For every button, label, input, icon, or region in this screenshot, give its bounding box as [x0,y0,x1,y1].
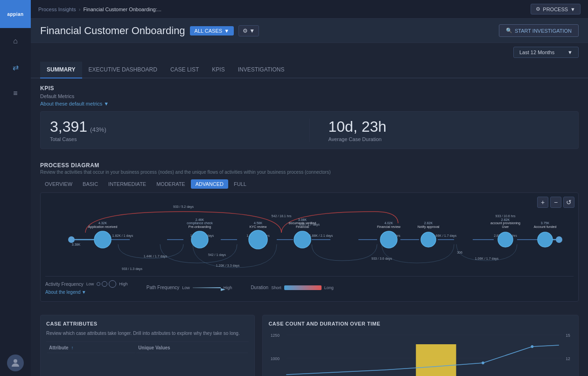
circle-small [97,282,100,286]
duration-bar [284,285,322,290]
svg-text:4.02K: 4.02K [385,221,393,225]
page-title: Financial Customer Onboarding [40,25,185,37]
svg-text:1250: 1250 [271,333,280,338]
svg-text:1.66K / 1.7 days: 1.66K / 1.7 days [433,234,457,238]
tab-investigations[interactable]: INVESTIGATIONS [231,62,291,78]
content-area: Last 12 Months ▼ SUMMARY EXECUTIVE DASHB… [31,43,588,376]
svg-point-72 [482,362,484,364]
svg-point-51 [421,232,436,247]
process-nav-icon[interactable]: ⇄ [6,58,25,77]
tab-case-list[interactable]: CASE LIST [164,62,205,78]
zoom-out-button[interactable]: − [550,197,561,208]
svg-text:4.58K: 4.58K [254,221,263,225]
diagram-svg: 1.82K / 1 days 1.82K / 1.7 days 1.34K / … [45,198,574,272]
activity-freq-legend: Activity Frequency Low High [45,280,128,288]
user-avatar[interactable] [7,355,24,371]
date-filter-button[interactable]: Last 12 Months ▼ [513,47,579,58]
diagram-canvas: + − ↺ [40,192,579,302]
breadcrumb-parent[interactable]: Process Insights [38,7,76,12]
svg-point-58 [538,232,553,247]
total-cases-percent: (43%) [90,126,106,133]
tab-kpis[interactable]: KPIS [205,62,231,78]
svg-point-44 [294,231,311,248]
tab-advanced[interactable]: ADVANCED [191,179,228,189]
tab-executive-dashboard[interactable]: EXECUTIVE DASHBOARD [82,62,164,78]
svg-point-73 [531,345,534,348]
svg-text:1.44K / 1.7 days: 1.44K / 1.7 days [144,255,168,258]
svg-text:933 / 3.6 days: 933 / 3.6 days [371,257,392,261]
tab-intermediate[interactable]: INTERMEDIATE [104,179,151,189]
bottom-sections: CASE ATTRIBUTES Review which case attrib… [31,308,588,376]
case-count-chart-panel: CASE COUNT AND DURATION OVER TIME 1250 1… [262,315,579,376]
date-filter-row: Last 12 Months ▼ [31,43,588,62]
svg-text:Financial: Financial [296,225,309,228]
svg-text:KYC review: KYC review [250,225,267,228]
svg-marker-63 [221,288,225,291]
gear-icon: ⚙ [536,6,540,12]
tab-full[interactable]: FULL [229,179,251,189]
svg-text:933 / 1.3 days: 933 / 1.3 days [122,267,142,271]
activity-freq-label: Activity Frequency [45,282,84,287]
svg-text:2.82K: 2.82K [424,221,433,225]
app-logo: appian [0,0,31,28]
avg-duration-label: Average Case Duration [329,136,569,142]
unique-values-column-header: Unique Values [136,343,248,353]
zoom-in-button[interactable]: + [537,197,548,208]
svg-point-0 [14,359,17,363]
sidebar: appian ⌂ ⇄ ≡ [0,0,31,376]
diagram-controls: + − ↺ [537,197,574,208]
path-freq-legend: Path Frequency Low High [147,285,232,290]
page-header: Financial Customer Onboarding ALL CASES … [31,19,588,43]
svg-point-54 [498,232,513,247]
chevron-down-icon: ▼ [224,28,229,34]
case-attributes-panel: CASE ATTRIBUTES Review which case attrib… [40,315,255,376]
total-cases-value: 3,391 [50,118,87,135]
svg-text:Notify approval: Notify approval [418,225,440,229]
kpi-divider [309,119,310,142]
start-investigation-button[interactable]: 🔍 START INVESTIGATION [499,24,579,37]
svg-text:1.82K / 1 days: 1.82K / 1 days [112,234,133,238]
svg-text:542 / 18.1 hrs: 542 / 18.1 hrs [272,214,292,218]
tab-overview[interactable]: OVERVIEW [40,179,77,189]
sort-icon: ↑ [71,345,73,350]
diagram-subtitle: Review the activities that occur in your… [40,170,579,175]
svg-text:compliance check: compliance check [187,221,213,225]
tab-moderate[interactable]: MODERATE [152,179,190,189]
svg-text:1.20K / 3.3 days: 1.20K / 3.3 days [216,264,240,268]
tab-basic[interactable]: BASIC [78,179,103,189]
all-cases-button[interactable]: ALL CASES ▼ [190,26,234,35]
reset-button[interactable]: ↺ [563,197,574,208]
svg-point-32 [68,236,75,243]
path-freq-arrow [193,287,221,288]
complexity-tabs: OVERVIEW BASIC INTERMEDIATE MODERATE ADV… [40,179,579,189]
svg-text:12: 12 [566,356,571,361]
svg-text:Financial review: Financial review [377,225,401,228]
breadcrumb: Process Insights › Financial Customer On… [38,7,161,12]
home-nav-icon[interactable]: ⌂ [6,32,25,50]
about-legend-link[interactable]: About the legend ▼ [45,290,128,295]
svg-text:933 / 10.6 hrs: 933 / 10.6 hrs [496,214,516,218]
list-nav-icon[interactable]: ≡ [6,84,25,103]
case-count-title: CASE COUNT AND DURATION OVER TIME [268,321,573,326]
header-left: Financial Customer Onboarding ALL CASES … [40,25,259,37]
about-metrics-link[interactable]: About these default metrics ▼ [40,101,579,106]
svg-text:1000: 1000 [271,356,280,361]
svg-text:306: 306 [457,251,462,254]
tab-summary[interactable]: SUMMARY [40,62,82,78]
chart-container: 1250 1000 15 12 [268,330,573,376]
diagram-title: PROCESS DIAGRAM [40,162,579,169]
svg-point-61 [556,236,562,243]
breadcrumb-current: Financial Customer Onboarding:... [83,7,161,12]
circle-large [109,280,116,288]
settings-button[interactable]: ⚙ ▼ [238,25,259,36]
svg-text:15: 15 [566,333,571,338]
svg-text:Pre-onboarding: Pre-onboarding [189,225,211,229]
attribute-column-header[interactable]: Attribute ↑ [47,343,135,353]
process-button[interactable]: ⚙ PROCESS ▼ [531,4,581,14]
kpis-section: KPIS Default Metrics About these default… [31,78,588,156]
tabs-bar: SUMMARY EXECUTIVE DASHBOARD CASE LIST KP… [31,62,588,78]
svg-point-37 [191,231,208,248]
svg-text:User: User [502,225,509,228]
main-content: Process Insights › Financial Customer On… [31,0,588,376]
svg-rect-71 [416,344,456,376]
